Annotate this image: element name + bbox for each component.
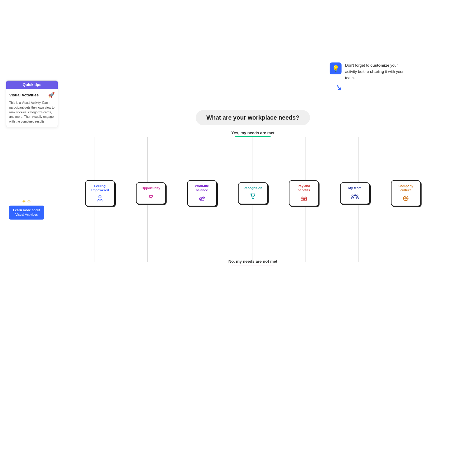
axis-yes-label: Yes, my needs are met bbox=[68, 131, 437, 137]
main-content: What are your workplace needs? Yes, my n… bbox=[68, 110, 437, 265]
my-team-icon bbox=[350, 192, 359, 201]
card-opportunity-title: Opportunity bbox=[142, 186, 160, 190]
no-underline bbox=[232, 265, 274, 266]
card-work-life-balance-title: Work-lifebalance bbox=[195, 184, 209, 192]
card-recognition[interactable]: Recognition bbox=[238, 182, 268, 204]
card-opportunity[interactable]: Opportunity bbox=[136, 182, 166, 204]
pay-benefits-icon: $ bbox=[300, 194, 308, 203]
svg-rect-5 bbox=[200, 198, 201, 200]
question-bubble: What are your workplace needs? bbox=[196, 110, 310, 125]
quick-tips-panel: Quick tips Visual Activities 🚀 This is a… bbox=[6, 80, 58, 127]
card-my-team[interactable]: My team bbox=[340, 182, 370, 204]
activity-area: Feelingempowered Opportunity bbox=[68, 137, 437, 262]
tip-arrow: ↙ bbox=[334, 81, 343, 93]
cards-row: Feelingempowered Opportunity bbox=[68, 180, 437, 206]
opportunity-icon bbox=[147, 192, 155, 201]
recognition-icon bbox=[249, 192, 257, 201]
quick-tips-title: Visual Activities bbox=[9, 93, 39, 97]
feeling-empowered-icon bbox=[96, 194, 104, 203]
card-work-life-balance[interactable]: Work-lifebalance bbox=[187, 180, 217, 206]
card-company-culture-title: Companyculture bbox=[398, 184, 413, 192]
rocket-icon: 🚀 bbox=[48, 92, 55, 98]
card-recognition-title: Recognition bbox=[243, 186, 262, 190]
learn-more-area: ✦✧ Learn more aboutVisual Activities bbox=[9, 198, 44, 220]
tip-card: 💡 Don't forget to customize your activit… bbox=[330, 62, 411, 81]
card-pay-benefits-title: Pay andbenefits bbox=[298, 184, 310, 192]
svg-point-1 bbox=[149, 195, 150, 196]
card-company-culture[interactable]: Companyculture bbox=[391, 180, 421, 206]
company-culture-icon bbox=[402, 194, 410, 203]
card-feeling-empowered-title: Feelingempowered bbox=[91, 184, 109, 192]
svg-point-16 bbox=[352, 195, 353, 196]
tip-card-text: Don't forget to customize your activity … bbox=[345, 62, 411, 81]
svg-point-2 bbox=[152, 195, 153, 196]
card-pay-benefits[interactable]: Pay andbenefits $ bbox=[289, 180, 319, 206]
svg-point-0 bbox=[99, 196, 101, 198]
sparkle-decoration: ✦✧ bbox=[21, 198, 44, 205]
svg-point-15 bbox=[354, 194, 356, 196]
lightbulb-icon-box: 💡 bbox=[330, 62, 342, 74]
card-feeling-empowered[interactable]: Feelingempowered bbox=[85, 180, 115, 206]
quick-tips-description: This is a Visual Activity. Each particip… bbox=[9, 101, 55, 124]
work-life-balance-icon bbox=[198, 194, 206, 203]
card-my-team-title: My team bbox=[348, 186, 361, 190]
learn-more-button[interactable]: Learn more aboutVisual Activities bbox=[9, 206, 44, 220]
quick-tips-header: Quick tips bbox=[6, 81, 58, 89]
svg-text:$: $ bbox=[303, 198, 304, 200]
svg-point-19 bbox=[405, 198, 406, 199]
lightbulb-icon: 💡 bbox=[332, 65, 339, 72]
svg-point-17 bbox=[356, 195, 358, 196]
